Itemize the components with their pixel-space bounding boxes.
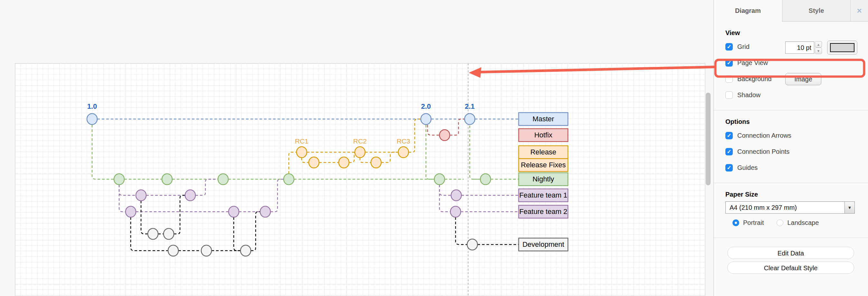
guides-row: Guides [714, 160, 868, 176]
commit-node[interactable] [260, 206, 271, 217]
commit-node[interactable] [148, 228, 158, 239]
branch-label-text: Feature team 2 [519, 207, 567, 216]
actions-section: Edit Data Clear Default Style [714, 247, 868, 274]
divider [714, 110, 868, 110]
background-row: Background Image [714, 71, 868, 87]
commit-node[interactable] [297, 147, 307, 158]
page-view-row: Page View [714, 55, 868, 71]
branch-label-text: Release [530, 148, 556, 156]
portrait-label: Portrait [743, 219, 764, 227]
format-panel-tabs: Diagram Style × [714, 0, 868, 22]
landscape-label: Landscape [787, 219, 819, 227]
rc-label: RC2 [353, 137, 367, 145]
commit-node[interactable] [218, 174, 228, 185]
commit-node[interactable] [439, 130, 450, 141]
commit-node[interactable] [168, 245, 178, 256]
connection-arrows-label: Connection Arrows [737, 132, 792, 139]
rc-label: RC3 [397, 137, 410, 145]
commit-node[interactable] [126, 206, 136, 217]
commit-node[interactable] [421, 113, 431, 125]
commit-node[interactable] [162, 174, 172, 185]
commit-node[interactable] [87, 113, 97, 125]
select-dropdown-icon[interactable]: ▼ [844, 202, 855, 213]
commit-node[interactable] [228, 206, 239, 217]
commit-node[interactable] [339, 157, 349, 168]
connection-points-label: Connection Points [737, 148, 789, 155]
options-section: Options Connection Arrows Connection Poi… [714, 118, 868, 176]
shadow-label: Shadow [737, 91, 761, 99]
format-panel: Diagram Style × View Grid 10 pt ▲ ▼ [713, 0, 868, 296]
tab-style[interactable]: Style [782, 0, 850, 21]
landscape-radio[interactable] [777, 220, 783, 226]
view-heading: View [725, 29, 868, 37]
guides-label: Guides [737, 164, 757, 171]
drawing-canvas[interactable]: 1.02.02.1RC1RC2RC3MasterHotfixReleaseRel… [0, 0, 713, 296]
commit-node[interactable] [465, 113, 475, 125]
close-panel-icon[interactable]: × [850, 0, 868, 21]
paper-size-heading: Paper Size [725, 191, 868, 198]
grid-size-input[interactable]: 10 pt [785, 41, 814, 54]
stepper-up-icon[interactable]: ▲ [815, 41, 822, 47]
commit-node[interactable] [451, 190, 461, 201]
background-image-button[interactable]: Image [785, 73, 821, 85]
commit-node[interactable] [309, 157, 319, 168]
background-label: Background [737, 75, 772, 83]
portrait-radio[interactable] [733, 220, 739, 226]
guides-checkbox[interactable] [725, 164, 733, 171]
gitflow-diagram: 1.02.02.1RC1RC2RC3MasterHotfixReleaseRel… [0, 0, 713, 296]
branch-label-text: Nightly [532, 175, 554, 183]
rc-label: RC1 [295, 137, 308, 145]
divider [714, 183, 868, 183]
edit-data-button[interactable]: Edit Data [727, 247, 854, 259]
connection-points-row: Connection Points [714, 143, 868, 160]
connection-points-checkbox[interactable] [725, 148, 733, 155]
page-view-label: Page View [737, 59, 768, 67]
grid-color-button[interactable] [827, 40, 857, 55]
branch-label-text: Development [523, 240, 564, 249]
paper-size-value: A4 (210 mm x 297 mm) [726, 204, 844, 211]
page-view-checkbox[interactable] [725, 59, 733, 67]
commit-node[interactable] [371, 157, 381, 168]
paper-size-select[interactable]: A4 (210 mm x 297 mm) ▼ [725, 201, 855, 213]
commit-node[interactable] [355, 147, 365, 158]
divider [714, 237, 868, 238]
version-label: 2.1 [465, 102, 475, 110]
commit-node[interactable] [241, 245, 251, 256]
branch-label-text: Feature team 1 [519, 191, 567, 199]
branch-label-text: Hotfix [534, 131, 552, 139]
shadow-row: Shadow [714, 87, 868, 103]
commit-node[interactable] [114, 174, 124, 185]
commit-node[interactable] [398, 147, 409, 158]
version-label: 2.0 [421, 102, 431, 110]
commit-node[interactable] [467, 239, 477, 250]
orientation-row: Portrait Landscape [714, 215, 868, 230]
grid-checkbox[interactable] [725, 43, 733, 51]
branch-label-text: Release Fixes [521, 161, 566, 169]
grid-row: Grid 10 pt ▲ ▼ [714, 39, 868, 55]
view-section: View Grid 10 pt ▲ ▼ Page View [714, 29, 868, 103]
stepper-down-icon[interactable]: ▼ [815, 47, 822, 54]
commit-node[interactable] [201, 245, 212, 256]
grid-label: Grid [737, 43, 749, 51]
canvas-scrollbar-thumb[interactable] [706, 93, 711, 185]
commit-node[interactable] [451, 206, 461, 217]
commit-node[interactable] [284, 174, 294, 185]
commit-node[interactable] [136, 190, 146, 201]
grid-color-swatch [830, 43, 855, 52]
commit-node[interactable] [185, 190, 195, 201]
clear-default-style-button[interactable]: Clear Default Style [727, 262, 854, 274]
branch-label-text: Master [532, 115, 554, 123]
grid-size-stepper[interactable]: ▲ ▼ [815, 41, 822, 54]
tab-diagram[interactable]: Diagram [714, 0, 782, 22]
commit-node[interactable] [434, 174, 445, 185]
commit-node[interactable] [163, 228, 174, 239]
background-checkbox[interactable] [725, 75, 733, 83]
connection-arrows-checkbox[interactable] [725, 132, 733, 139]
connection-arrows-row: Connection Arrows [714, 127, 868, 143]
drawio-editor-window: 1.02.02.1RC1RC2RC3MasterHotfixReleaseRel… [0, 0, 868, 296]
paper-size-section: Paper Size A4 (210 mm x 297 mm) ▼ Portra… [714, 191, 868, 230]
options-heading: Options [725, 118, 868, 126]
commit-node[interactable] [480, 174, 491, 185]
shadow-checkbox[interactable] [725, 91, 733, 99]
version-label: 1.0 [87, 102, 97, 110]
